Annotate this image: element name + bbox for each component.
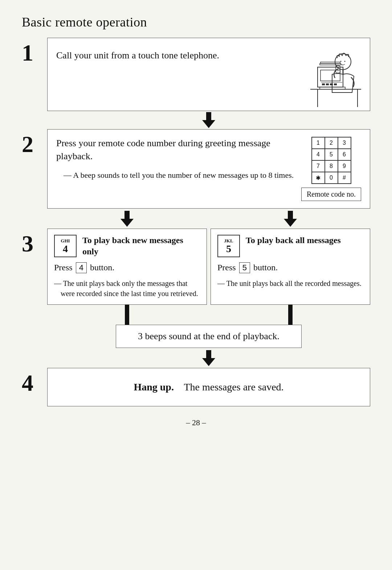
inline-key-5: 5 — [239, 262, 250, 273]
arrow-down-inner-left — [121, 211, 134, 227]
split-left-arrow — [47, 209, 207, 229]
arrow-beeps-to-4 — [202, 348, 215, 368]
step4-content: Hang up. The messages are saved. — [56, 376, 361, 399]
big-key-4-box: GHI 4 — [54, 235, 77, 257]
key-6: 6 — [338, 149, 351, 160]
arrow-head-beeps — [202, 358, 215, 366]
big-key-5-number: 5 — [226, 244, 231, 254]
step3-right-title: To play back all messages — [246, 235, 341, 246]
svg-rect-6 — [334, 83, 337, 85]
beeps-row: 3 beeps sound at the end of playback. — [47, 325, 370, 368]
step1-box: Call your unit from a touch tone telepho… — [47, 38, 370, 111]
step1-content: Call your unit from a touch tone telepho… — [56, 45, 361, 103]
step3-left-title: To play back new messages only — [82, 235, 200, 257]
arrow-down-inner-right — [284, 211, 297, 227]
step3-cols: GHI 4 To play back new messages only Pre… — [47, 229, 370, 305]
svg-rect-1 — [320, 70, 340, 81]
svg-rect-8 — [320, 62, 340, 63]
arrow-shaft-beeps — [206, 350, 211, 358]
step2-number: 2 — [22, 129, 47, 156]
split-arrows — [47, 209, 370, 229]
arrow-head-right — [284, 219, 297, 227]
step2-note: — A beep sounds to tell you the number o… — [56, 170, 294, 181]
step4-row: 4 Hang up. The messages are saved. — [22, 368, 370, 406]
key-7: 7 — [312, 160, 325, 172]
step3-left-note: — The unit plays back only the messages … — [54, 278, 200, 299]
page-title: Basic remote operation — [22, 15, 370, 30]
key-9: 9 — [338, 160, 351, 172]
step2-left: Press your remote code number during gre… — [56, 137, 301, 181]
merge-shaft-left — [125, 305, 129, 325]
key-0: 0 — [325, 172, 338, 184]
arrow-1-to-2 — [47, 111, 370, 129]
big-key-4-number: 4 — [63, 244, 68, 254]
arrow-down-inner — [202, 112, 215, 128]
step3-left-press: Press 4 button. — [54, 262, 200, 273]
big-key-5-box: JKL 5 — [217, 235, 240, 257]
key-2: 2 — [325, 137, 338, 149]
arrow-head-left — [121, 219, 134, 227]
hang-up-text: Hang up. — [134, 381, 174, 393]
step3-number: 3 — [22, 229, 47, 255]
step2-content: Press your remote code number during gre… — [56, 137, 361, 201]
keypad: 1 2 3 4 5 6 7 8 9 ✱ 0 # — [311, 137, 351, 184]
svg-rect-3 — [322, 83, 325, 85]
arrow-head — [202, 120, 215, 128]
step3-left-header: GHI 4 To play back new messages only — [54, 235, 200, 257]
arrow-shaft — [206, 112, 211, 120]
beeps-box: 3 beeps sound at the end of playback. — [116, 325, 302, 348]
key-5: 5 — [325, 149, 338, 160]
step1-row: 1 Call your unit from a touch tone telep… — [22, 38, 370, 111]
inline-key-4: 4 — [76, 262, 87, 273]
svg-point-11 — [340, 61, 342, 62]
press-text-right: Press — [217, 263, 236, 272]
step2-instruction: Press your remote code number during gre… — [56, 137, 294, 163]
arrow-shaft-left — [124, 211, 130, 219]
key-4: 4 — [312, 149, 325, 160]
remote-code-label: Remote code no. — [301, 188, 361, 201]
merge-arrows — [47, 305, 370, 325]
person-illustration — [289, 45, 361, 103]
step4-box: Hang up. The messages are saved. — [47, 368, 370, 406]
key-hash: # — [338, 172, 351, 184]
key-1: 1 — [312, 137, 325, 149]
step3-left-col: GHI 4 To play back new messages only Pre… — [47, 229, 207, 305]
step4-number: 4 — [22, 368, 47, 395]
key-3: 3 — [338, 137, 351, 149]
step3-right-note: — The unit plays back all the recorded m… — [217, 278, 363, 288]
press-suffix-left: button. — [90, 263, 114, 272]
step3-right-header: JKL 5 To play back all messages — [217, 235, 363, 257]
press-text-left: Press — [54, 263, 73, 272]
step2-row: 2 Press your remote code number during g… — [22, 129, 370, 209]
merge-right-col — [211, 305, 370, 325]
step3-right-press: Press 5 button. — [217, 262, 363, 273]
key-8: 8 — [325, 160, 338, 172]
key-star: ✱ — [312, 172, 325, 184]
svg-point-12 — [344, 61, 346, 62]
step3-row: 3 GHI 4 To play back new messages only P… — [22, 229, 370, 305]
arrow-shaft-right — [288, 211, 293, 219]
messages-saved-text: The messages are saved. — [184, 381, 283, 393]
step2-box: Press your remote code number during gre… — [47, 129, 370, 209]
page-number: – 28 – — [22, 418, 370, 427]
press-suffix-right: button. — [253, 263, 278, 272]
step3-right-col: JKL 5 To play back all messages Press 5 … — [211, 229, 370, 305]
merge-shaft-right — [288, 305, 293, 325]
merge-left-col — [47, 305, 207, 325]
step2-right: 1 2 3 4 5 6 7 8 9 ✱ 0 # Remote code no. — [301, 137, 361, 201]
step1-number: 1 — [22, 38, 47, 65]
svg-rect-4 — [326, 83, 329, 85]
split-right-arrow — [211, 209, 370, 229]
step1-instruction: Call your unit from a touch tone telepho… — [56, 45, 219, 62]
